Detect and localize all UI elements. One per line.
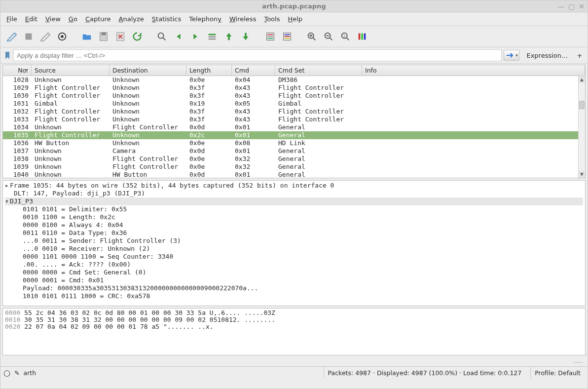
packet-list-pane[interactable]: No.▾ Source Destination Length Cmd Cmd S… xyxy=(2,65,586,178)
tabs-hint: ..... xyxy=(0,355,588,366)
edit-icon[interactable]: ✎ xyxy=(14,369,19,377)
detail-field[interactable]: 0010 1100 = Length: 0x2c xyxy=(5,213,583,221)
menu-go[interactable]: Go xyxy=(69,15,77,23)
packet-row[interactable]: 1029Flight ControllerUnknown0x3f0x43Flig… xyxy=(3,84,578,92)
menu-tools[interactable]: Tools xyxy=(264,15,280,23)
capture-options-icon[interactable] xyxy=(55,29,70,44)
svg-rect-8 xyxy=(209,34,216,36)
detail-field[interactable]: Payload: 000030335a303531303831320000000… xyxy=(5,284,583,292)
detail-field[interactable]: 0000 1101 0000 1100 = Seq Counter: 3340 xyxy=(5,253,583,261)
column-cmdset[interactable]: Cmd Set xyxy=(275,65,362,76)
svg-rect-9 xyxy=(209,36,216,38)
packet-row[interactable]: 1037UnknownCamera0x0d0x01General xyxy=(3,147,578,155)
packet-list-header[interactable]: No.▾ Source Destination Length Cmd Cmd S… xyxy=(3,65,585,76)
menu-edit[interactable]: Edit xyxy=(25,15,37,23)
go-last-icon[interactable] xyxy=(238,29,253,44)
filter-bar: ▾ Expression… + xyxy=(0,47,588,64)
scroll-up-icon[interactable]: ▲ xyxy=(579,76,585,83)
menu-statistics[interactable]: Statistics xyxy=(152,15,181,23)
reload-icon[interactable] xyxy=(130,29,145,44)
capture-start-icon[interactable] xyxy=(4,29,19,44)
packet-row[interactable]: 1032Flight ControllerUnknown0x3f0x43Flig… xyxy=(3,108,578,116)
packet-row[interactable]: 1035Flight ControllerUnknown0x2c0x01Gene… xyxy=(3,131,578,139)
detail-field[interactable]: .00. .... = Ack: ???? (0x00) xyxy=(5,261,583,269)
close-file-icon[interactable] xyxy=(113,29,128,44)
colorize-icon[interactable] xyxy=(280,29,294,44)
hex-row[interactable]: 0000 55 2c 04 36 03 02 0c 0d 80 00 01 00… xyxy=(5,310,583,316)
detail-field[interactable]: ...0 0011 = Sender: Flight Controller (3… xyxy=(5,237,583,245)
expand-icon[interactable]: ▸ xyxy=(5,182,10,190)
menubar: File Edit View Go Capture Analyze Statis… xyxy=(0,12,588,26)
menu-analyze[interactable]: Analyze xyxy=(119,15,144,23)
save-file-icon[interactable] xyxy=(96,29,111,44)
svg-rect-13 xyxy=(268,36,273,37)
menu-help[interactable]: Help xyxy=(288,15,302,23)
zoom-in-icon[interactable] xyxy=(304,29,319,44)
resize-columns-icon[interactable] xyxy=(355,29,369,44)
add-filter-button[interactable]: + xyxy=(575,52,585,59)
hex-pane[interactable]: 0000 55 2c 04 36 03 02 0c 0d 80 00 01 00… xyxy=(2,308,586,355)
scroll-down-icon[interactable]: ▼ xyxy=(579,171,585,178)
detail-field[interactable]: 0000 0100 = Always 4: 0x04 xyxy=(5,221,583,229)
auto-scroll-icon[interactable] xyxy=(263,29,278,44)
detail-field[interactable]: 0101 0101 = Delimiter: 0x55 xyxy=(5,205,583,213)
packet-row[interactable]: 1038UnknownFlight Controller0x0e0x32Gene… xyxy=(3,155,578,163)
find-packet-icon[interactable] xyxy=(154,29,169,44)
detail-field[interactable]: 1010 0101 0111 1000 = CRC: 0xa578 xyxy=(5,292,583,300)
packet-row[interactable]: 1039UnknownFlight Controller0x0e0x32Gene… xyxy=(3,163,578,171)
svg-rect-23 xyxy=(359,34,361,40)
svg-rect-1 xyxy=(26,34,32,40)
packet-details-pane[interactable]: ▸Frame 1035: 44 bytes on wire (352 bits)… xyxy=(2,180,586,306)
go-previous-icon[interactable] xyxy=(171,29,186,44)
column-length[interactable]: Length xyxy=(186,65,232,76)
packet-row[interactable]: 1033Flight ControllerUnknown0x3f0x43Flig… xyxy=(3,116,578,123)
detail-field[interactable]: ...0 0010 = Receiver: Unknown (2) xyxy=(5,245,583,253)
packet-row[interactable]: 1040UnknownHW Button0x0d0x01General xyxy=(3,171,578,178)
packet-list-body[interactable]: 1028UnknownUnknown0x0e0x04DM3861029Fligh… xyxy=(3,76,578,178)
capture-restart-icon[interactable] xyxy=(38,29,53,44)
column-destination[interactable]: Destination xyxy=(110,65,186,76)
menu-capture[interactable]: Capture xyxy=(85,15,111,23)
expression-button[interactable]: Expression… xyxy=(521,52,573,59)
menu-view[interactable]: View xyxy=(45,15,61,23)
status-profile[interactable]: Profile: Default xyxy=(530,367,585,379)
go-next-icon[interactable] xyxy=(188,29,203,44)
menu-wireless[interactable]: Wireless xyxy=(229,15,256,23)
status-led-icon: ◯ xyxy=(3,369,10,377)
packet-row[interactable]: 1034UnknownFlight Controller0x0d0x01Gene… xyxy=(3,123,578,131)
svg-point-7 xyxy=(158,33,164,39)
open-file-icon[interactable] xyxy=(79,29,94,44)
hex-row[interactable]: 0010 30 35 31 30 38 31 32 00 00 00 00 00… xyxy=(5,316,583,323)
packet-row[interactable]: 1031GimbalUnknown0x190x05Gimbal xyxy=(3,100,578,108)
bookmark-icon[interactable] xyxy=(3,51,11,59)
zoom-reset-icon[interactable]: 1 xyxy=(338,29,353,44)
column-info[interactable]: Info xyxy=(362,65,585,76)
zoom-out-icon[interactable] xyxy=(321,29,336,44)
close-button[interactable]: ✕ xyxy=(579,2,585,10)
packet-row[interactable]: 1030Flight ControllerUnknown0x3f0x43Flig… xyxy=(3,92,578,100)
menu-file[interactable]: File xyxy=(6,15,17,23)
titlebar[interactable]: arth.pcap.pcapng — ▢ ✕ xyxy=(0,0,588,12)
minimize-button[interactable]: — xyxy=(557,2,564,10)
packet-list-scrollbar[interactable]: ▲ ▼ xyxy=(578,76,585,178)
detail-field[interactable]: 0000 0000 = Cmd Set: General (0) xyxy=(5,269,583,276)
hex-row[interactable]: 0020 22 07 0a 04 02 09 00 00 00 01 78 a5… xyxy=(5,323,583,330)
apply-filter-button[interactable]: ▾ xyxy=(504,50,519,61)
maximize-button[interactable]: ▢ xyxy=(568,2,575,10)
detail-dlt[interactable]: DLT: 147, Payload: dji_p3 (DJI_P3) xyxy=(14,190,145,197)
packet-row[interactable]: 1028UnknownUnknown0x0e0x04DM386 xyxy=(3,76,578,84)
display-filter-input[interactable] xyxy=(13,49,502,61)
goto-packet-icon[interactable] xyxy=(205,29,220,44)
column-cmd[interactable]: Cmd xyxy=(232,65,275,76)
collapse-icon[interactable]: ▾ xyxy=(5,197,10,205)
detail-frame[interactable]: Frame 1035: 44 bytes on wire (352 bits),… xyxy=(10,182,334,189)
column-no[interactable]: No.▾ xyxy=(3,65,32,76)
column-source[interactable]: Source xyxy=(32,65,110,76)
detail-field[interactable]: 0000 0001 = Cmd: 0x01 xyxy=(5,276,583,284)
detail-protocol[interactable]: DJI_P3 xyxy=(10,197,33,205)
packet-row[interactable]: 1036HW ButtonUnknown0x0e0x08HD Link xyxy=(3,139,578,147)
detail-field[interactable]: 0011 0110 = Data Type: 0x36 xyxy=(5,229,583,237)
go-first-icon[interactable] xyxy=(221,29,236,44)
menu-telephony[interactable]: Telephony xyxy=(189,15,221,23)
capture-stop-icon[interactable] xyxy=(21,29,36,44)
